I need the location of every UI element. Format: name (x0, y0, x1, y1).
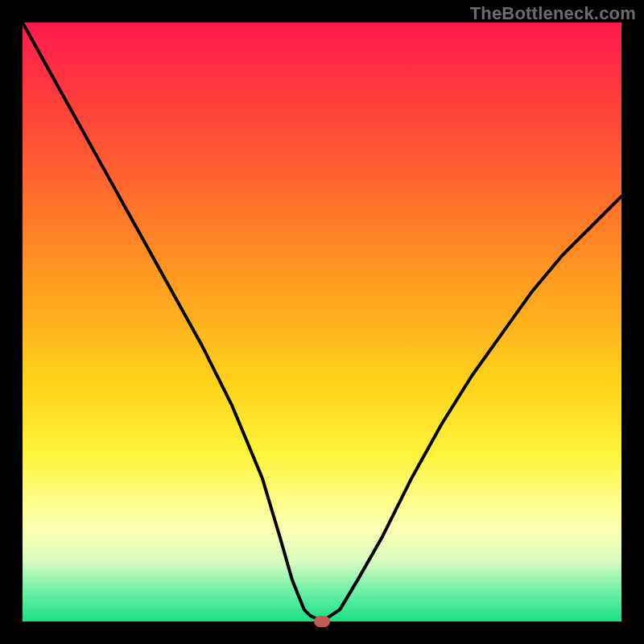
plot-area (23, 23, 621, 621)
optimal-point-marker (314, 616, 330, 627)
watermark-text: TheBottleneck.com (470, 3, 636, 24)
bottleneck-curve (23, 23, 621, 621)
chart-frame: TheBottleneck.com (0, 0, 644, 644)
